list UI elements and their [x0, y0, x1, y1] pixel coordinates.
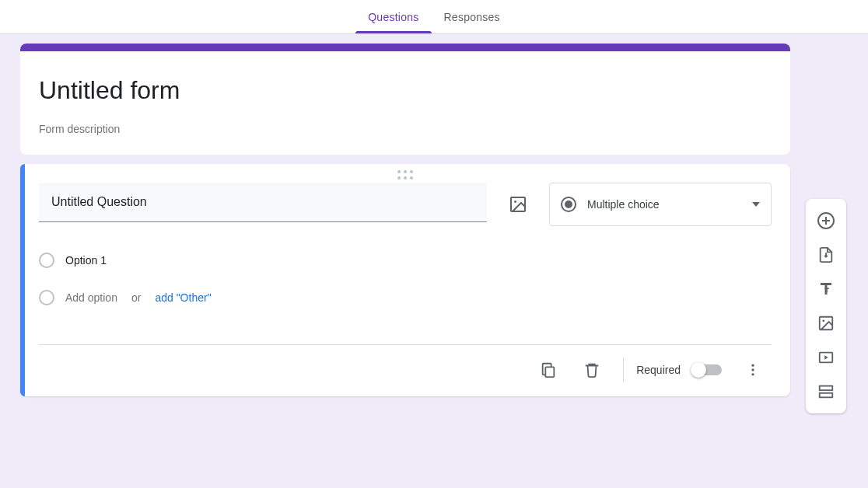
question-title-input[interactable]	[51, 195, 474, 209]
add-option-row: Add option or add "Other"	[39, 279, 772, 316]
svg-point-4	[751, 368, 754, 371]
question-card: Multiple choice Option 1 Add option	[20, 164, 790, 396]
form-canvas: Multiple choice Option 1 Add option	[0, 34, 868, 412]
question-type-select[interactable]: Multiple choice	[549, 183, 772, 226]
radio-outline-icon	[39, 253, 54, 268]
question-footer: Required	[39, 344, 772, 396]
option-row[interactable]: Option 1	[39, 242, 772, 279]
radio-icon	[561, 197, 576, 212]
add-title-button[interactable]	[810, 272, 842, 306]
svg-rect-2	[546, 367, 555, 377]
tab-responses[interactable]: Responses	[432, 0, 513, 33]
question-type-label: Multiple choice	[587, 198, 741, 211]
import-questions-button[interactable]	[810, 238, 842, 272]
add-question-button[interactable]	[810, 204, 842, 238]
duplicate-button[interactable]	[530, 351, 567, 389]
tabs-bar: Questions Responses	[0, 0, 868, 34]
divider	[623, 357, 624, 382]
drag-handle[interactable]	[20, 164, 790, 183]
svg-rect-11	[820, 393, 833, 398]
radio-outline-icon	[39, 290, 54, 305]
svg-point-1	[514, 200, 516, 203]
chevron-down-icon	[752, 202, 760, 207]
add-image-icon[interactable]	[499, 186, 537, 223]
add-other-button[interactable]: add "Other"	[155, 291, 211, 304]
add-option-button[interactable]: Add option	[65, 291, 117, 304]
svg-rect-10	[820, 386, 833, 391]
option-label[interactable]: Option 1	[65, 254, 107, 267]
question-title-wrap	[39, 183, 487, 222]
add-image-button[interactable]	[810, 306, 842, 340]
form-description-input[interactable]	[39, 123, 772, 135]
add-section-button[interactable]	[810, 375, 842, 409]
options-list: Option 1 Add option or add "Other"	[39, 242, 772, 316]
svg-point-3	[751, 364, 754, 367]
form-title-input[interactable]	[39, 68, 772, 112]
or-text: or	[131, 291, 141, 304]
add-video-button[interactable]	[810, 340, 842, 375]
form-header-card	[20, 44, 790, 155]
delete-button[interactable]	[573, 351, 611, 389]
svg-point-5	[751, 373, 754, 375]
svg-point-8	[822, 319, 824, 322]
more-options-button[interactable]	[734, 351, 772, 389]
required-label: Required	[636, 364, 681, 376]
required-toggle[interactable]	[693, 364, 722, 375]
side-toolbar	[806, 199, 846, 413]
tab-questions[interactable]: Questions	[355, 0, 431, 33]
